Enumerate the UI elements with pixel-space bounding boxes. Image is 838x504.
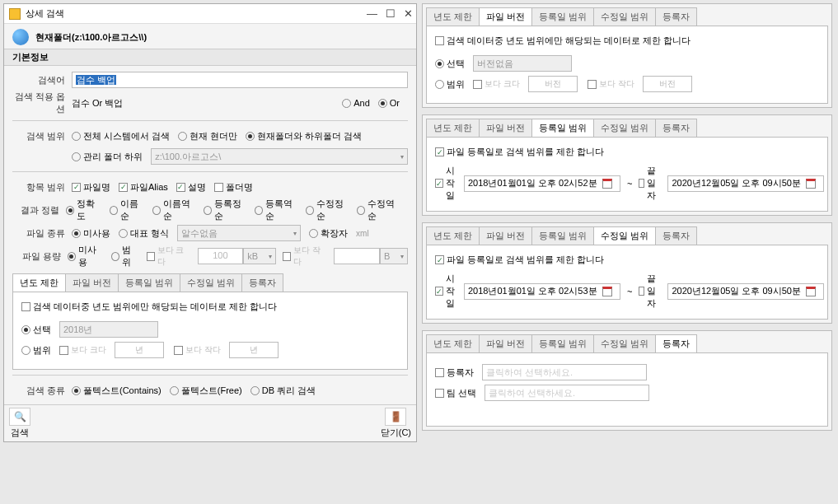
check-year-gt[interactable]: 보다 크다 bbox=[59, 344, 106, 356]
tab-reg-3[interactable]: 등록일 범위 bbox=[531, 119, 594, 137]
tab-version-5[interactable]: 파일 버전 bbox=[479, 334, 532, 352]
check-ver-lt[interactable]: 보다 작다 bbox=[588, 78, 634, 90]
radio-current-folder[interactable]: 현재 현더만 bbox=[178, 130, 237, 142]
format-combo[interactable]: 알수없음▾ bbox=[177, 225, 301, 241]
search-button[interactable]: 🔍 검색 bbox=[9, 408, 30, 439]
check-folder[interactable]: 폴더명 bbox=[214, 181, 253, 194]
size-lt-input[interactable] bbox=[334, 248, 380, 264]
radio-managed-sub[interactable]: 관리 폴더 하위 bbox=[72, 151, 143, 163]
tab-reg-4[interactable]: 등록일 범위 bbox=[531, 226, 594, 245]
tab-version-3[interactable]: 파일 버전 bbox=[479, 119, 532, 137]
check-desc[interactable]: 설명 bbox=[176, 181, 206, 194]
check-ver-gt[interactable]: 보다 크다 bbox=[473, 78, 520, 90]
start-date-field[interactable]: 2018년01월01일 오후 02시52분 bbox=[464, 175, 620, 192]
check-start-date[interactable]: 시작일 bbox=[435, 165, 456, 202]
tab-mod-3[interactable]: 수정일 범위 bbox=[593, 119, 656, 137]
filter-tabs: 년도 제한 파일 버전 등록일 범위 수정일 범위 등록자 bbox=[12, 273, 408, 292]
scope-path-combo[interactable]: z:\100.아르고스\▾ bbox=[151, 148, 408, 165]
tab-version-2[interactable]: 파일 버전 bbox=[479, 7, 532, 26]
radio-and[interactable]: And bbox=[342, 98, 370, 108]
close-button[interactable]: 🚪 닫기(C) bbox=[381, 408, 411, 439]
end-date-field-mod[interactable]: 2020년12월05일 오후 09시50분 bbox=[667, 283, 824, 300]
label-apply-option: 검색 적용 옵션 bbox=[12, 91, 72, 115]
registrant-input[interactable]: 클릭하여 선택하세요. bbox=[482, 364, 647, 380]
check-end-date-mod[interactable]: 끝일자 bbox=[639, 273, 659, 310]
radio-all-system[interactable]: 전체 시스템에서 검색 bbox=[72, 130, 170, 142]
tab-version[interactable]: 파일 버전 bbox=[65, 273, 119, 292]
radio-kind-free[interactable]: 풀텍스트(Free) bbox=[170, 385, 242, 397]
radio-ft-ext[interactable]: 확장자 bbox=[309, 227, 348, 240]
radio-year-select[interactable]: 선택 bbox=[21, 324, 51, 336]
titlebar[interactable]: 상세 검색 — ☐ ✕ bbox=[4, 4, 416, 24]
tab-regist-3[interactable]: 등록자 bbox=[655, 119, 697, 137]
tab-mod-4[interactable]: 수정일 범위 bbox=[593, 226, 656, 245]
unit-combo-2[interactable]: B▾ bbox=[380, 248, 408, 264]
radio-kind-db[interactable]: DB 쿼리 검색 bbox=[250, 385, 316, 397]
radio-ft-unused[interactable]: 미사용 bbox=[72, 227, 110, 240]
radio-sort-reg[interactable]: 등록정순 bbox=[204, 198, 246, 222]
size-gt-input[interactable]: 100 bbox=[198, 248, 244, 264]
tab-mod-2[interactable]: 수정일 범위 bbox=[593, 7, 656, 26]
radio-sort-accuracy[interactable]: 정확도 bbox=[66, 198, 101, 222]
year-lt-input[interactable]: 년 bbox=[229, 342, 279, 358]
check-registrant[interactable]: 등록자 bbox=[435, 366, 474, 379]
check-start-date-mod[interactable]: 시작일 bbox=[435, 273, 456, 310]
ver-lt-input[interactable]: 버전 bbox=[643, 76, 692, 92]
search-dialog: 상세 검색 — ☐ ✕ 현재폴더(z:\100.아르고스\\) 기본정보 검색어… bbox=[3, 3, 417, 442]
tab-year-2[interactable]: 년도 제한 bbox=[426, 7, 480, 26]
team-input[interactable]: 클릭하여 선택하세요. bbox=[485, 385, 649, 401]
year-combo[interactable]: 2018년 bbox=[59, 321, 158, 338]
check-team[interactable]: 팀 선택 bbox=[435, 387, 476, 399]
tab-mod-5[interactable]: 수정일 범위 bbox=[593, 334, 656, 352]
check-lt[interactable]: 보다 작다 bbox=[283, 245, 325, 268]
tab-regist-4[interactable]: 등록자 bbox=[655, 226, 697, 245]
year-gt-input[interactable]: 년 bbox=[115, 342, 164, 358]
check-mod-limit[interactable]: 파일 등록일로 검색 범위를 제한 합니다 bbox=[435, 254, 604, 266]
start-date-field-mod[interactable]: 2018년01월01일 오후 02시53분 bbox=[464, 283, 620, 300]
check-filename[interactable]: 파일명 bbox=[72, 181, 110, 194]
check-year-limit[interactable]: 검색 데이터중 년도 범위에만 해당되는 데이터로 제한 합니다 bbox=[21, 301, 277, 313]
radio-sort-regrev[interactable]: 등록역순 bbox=[255, 198, 297, 222]
radio-sort-name[interactable]: 이름순 bbox=[110, 198, 144, 222]
tab-reg-5[interactable]: 등록일 범위 bbox=[531, 334, 594, 352]
tab-regist-2[interactable]: 등록자 bbox=[655, 7, 697, 26]
radio-year-range[interactable]: 범위 bbox=[21, 344, 51, 357]
tab-year[interactable]: 년도 제한 bbox=[12, 273, 66, 292]
tab-year-5[interactable]: 년도 제한 bbox=[426, 334, 480, 352]
radio-ft-format[interactable]: 대표 형식 bbox=[119, 227, 169, 240]
close-icon[interactable]: ✕ bbox=[404, 7, 413, 20]
search-term-input[interactable]: 검수 백업 bbox=[72, 72, 408, 88]
radio-sort-namerev[interactable]: 이름역순 bbox=[152, 198, 195, 222]
maximize-icon[interactable]: ☐ bbox=[386, 7, 396, 20]
radio-ver-range[interactable]: 범위 bbox=[435, 78, 465, 91]
ver-gt-input[interactable]: 버전 bbox=[528, 76, 578, 92]
tab-year-3[interactable]: 년도 제한 bbox=[426, 119, 480, 137]
check-end-date[interactable]: 끝일자 bbox=[639, 165, 659, 202]
radio-fs-unused[interactable]: 미사용 bbox=[68, 244, 103, 268]
check-reg-limit[interactable]: 파일 등록일로 검색 범위를 제한 합니다 bbox=[435, 146, 604, 158]
radio-fs-range[interactable]: 범위 bbox=[111, 244, 138, 268]
radio-sort-modrev[interactable]: 수정역순 bbox=[357, 198, 400, 222]
label-search-kind: 검색 종류 bbox=[12, 385, 72, 397]
radio-ver-select[interactable]: 선택 bbox=[435, 58, 465, 70]
unit-combo-1[interactable]: kB▾ bbox=[243, 248, 276, 264]
tab-version-4[interactable]: 파일 버전 bbox=[479, 226, 532, 245]
check-version-limit[interactable]: 검색 데이터중 년도 범위에만 해당되는 데이터로 제한 합니다 bbox=[435, 35, 691, 47]
radio-kind-contains[interactable]: 풀텍스트(Contains) bbox=[72, 385, 162, 397]
radio-or[interactable]: Or bbox=[378, 98, 400, 108]
minimize-icon[interactable]: — bbox=[367, 7, 377, 20]
version-combo[interactable]: 버전없음 bbox=[473, 55, 572, 72]
tab-reg-2[interactable]: 등록일 범위 bbox=[531, 7, 594, 26]
tab-year-4[interactable]: 년도 제한 bbox=[426, 226, 480, 245]
check-year-lt[interactable]: 보다 작다 bbox=[174, 344, 221, 356]
end-date-field[interactable]: 2020년12월05일 오후 09시50분 bbox=[667, 175, 824, 192]
check-alias[interactable]: 파일Alias bbox=[119, 181, 168, 194]
globe-icon bbox=[12, 29, 29, 45]
tab-reg-range[interactable]: 등록일 범위 bbox=[118, 273, 180, 292]
radio-current-sub[interactable]: 현재폴더와 하위폴더 검색 bbox=[246, 130, 362, 142]
tab-mod-range[interactable]: 수정일 범위 bbox=[180, 273, 242, 292]
tab-regist-5[interactable]: 등록자 bbox=[655, 334, 697, 352]
radio-sort-mod[interactable]: 수정정순 bbox=[306, 198, 349, 222]
check-gt[interactable]: 보다 크다 bbox=[147, 245, 190, 268]
tab-registrant[interactable]: 등록자 bbox=[241, 273, 283, 292]
